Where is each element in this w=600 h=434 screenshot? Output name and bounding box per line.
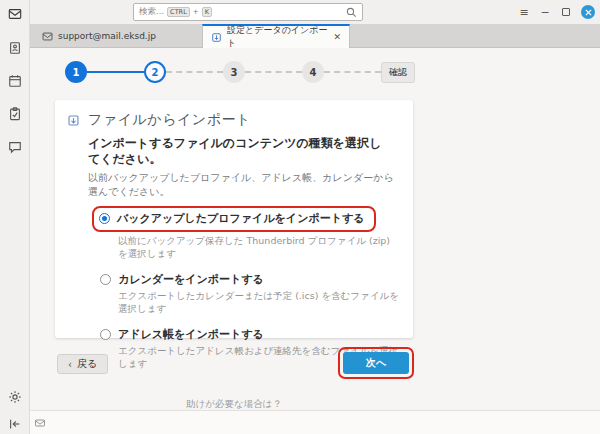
- step-connector-1: [87, 71, 144, 73]
- mail-space-icon[interactable]: [8, 7, 22, 21]
- step-confirm-badge: 確認: [381, 62, 415, 83]
- page-title: ファイルからインポート: [88, 111, 251, 129]
- close-window-icon[interactable]: [581, 5, 595, 19]
- next-button[interactable]: 次へ: [343, 352, 409, 374]
- collapse-sidebar-icon[interactable]: [8, 417, 22, 431]
- search-icon: [346, 7, 357, 18]
- search-placeholder: 検索...: [139, 6, 164, 18]
- step-connector-2: [166, 71, 223, 73]
- shortcut-plus: +: [193, 8, 199, 16]
- maximize-icon[interactable]: [560, 6, 572, 18]
- import-from-file-card: ファイルからインポート インポートするファイルのコンテンツの種類を選択してくださ…: [55, 100, 413, 338]
- back-button-label: 戻る: [77, 357, 97, 371]
- step-1: 1: [65, 61, 87, 83]
- card-header: ファイルからインポート: [67, 111, 399, 129]
- annotation-box-selected-option: バックアップしたプロファイルをインポートする: [92, 206, 376, 232]
- tab-mail-account[interactable]: support@mail.eksd.jp: [34, 24, 174, 48]
- card-subtitle: インポートするファイルのコンテンツの種類を選択してください。: [88, 136, 384, 167]
- import-tab-icon: [211, 32, 222, 43]
- minimize-icon[interactable]: −: [539, 6, 551, 18]
- status-mail-icon: [34, 417, 46, 429]
- app-menu-icon[interactable]: ≡: [518, 6, 530, 18]
- step-indicator: 1 2 3 4 確認: [65, 61, 415, 83]
- tab-import-wizard[interactable]: 設定とデータのインポート ✕: [202, 24, 350, 48]
- settings-gear-icon[interactable]: [8, 390, 22, 404]
- radio-icon-unchecked[interactable]: [100, 329, 111, 340]
- card-note: 以前バックアップしたプロファイル、アドレス帳、カレンダーから選んでください。: [88, 171, 400, 198]
- import-file-icon: [67, 114, 80, 127]
- option-calendar: カレンダーをインポートする エクスポートしたカレンダーまたは予定 (.ics) …: [100, 272, 399, 316]
- import-wizard-content: 1 2 3 4 確認 ファイルからインポート インポートするファイルのコンテンツ…: [30, 48, 600, 410]
- address-book-space-icon[interactable]: [8, 41, 22, 55]
- mail-tab-icon: [42, 31, 53, 42]
- step-3: 3: [223, 61, 245, 83]
- option-backup-profile: バックアップしたプロファイルをインポートする 以前にバックアップ保存した Thu…: [100, 209, 399, 261]
- annotation-box-next-button: 次へ: [338, 347, 414, 379]
- radio-backup-profile[interactable]: バックアップしたプロファイルをインポートする: [99, 211, 364, 226]
- tab-close-icon[interactable]: ✕: [333, 32, 341, 42]
- tasks-space-icon[interactable]: [8, 107, 22, 121]
- chevron-left-icon: ‹: [68, 359, 72, 370]
- option-calendar-desc: エクスポートしたカレンダーまたは予定 (.ics) を含むファイルを選択します: [118, 290, 399, 316]
- option-backup-profile-desc: 以前にバックアップ保存した Thunderbird プロファイル (zip) を…: [118, 235, 399, 261]
- step-4: 4: [302, 61, 324, 83]
- tab-mail-account-label: support@mail.eksd.jp: [58, 31, 156, 41]
- back-button[interactable]: ‹ 戻る: [57, 354, 108, 374]
- shortcut-k-key: K: [202, 7, 212, 17]
- tab-bar: support@mail.eksd.jp 設定とデータのインポート ✕: [30, 24, 600, 48]
- radio-calendar[interactable]: カレンダーをインポートする: [100, 272, 399, 287]
- step-2: 2: [144, 61, 166, 83]
- radio-icon-checked[interactable]: [99, 213, 110, 224]
- calendar-space-icon[interactable]: [8, 74, 22, 88]
- status-bar: [30, 410, 600, 434]
- radio-address-book[interactable]: アドレス帳をインポートする: [100, 327, 399, 342]
- search-input[interactable]: 検索... CTRL + K: [133, 3, 363, 21]
- step-connector-4: [324, 71, 381, 73]
- option-address-book-label: アドレス帳をインポートする: [118, 327, 264, 342]
- thunderbird-window: { "titlebar": { "search_placeholder": "検…: [0, 0, 600, 434]
- spaces-sidebar: [0, 0, 30, 434]
- titlebar: 検索... CTRL + K ≡ −: [0, 0, 600, 24]
- tab-import-label: 設定とデータのインポート: [227, 24, 328, 50]
- option-calendar-label: カレンダーをインポートする: [118, 272, 264, 287]
- step-connector-3: [245, 71, 302, 73]
- chat-space-icon[interactable]: [8, 140, 22, 154]
- shortcut-ctrl-key: CTRL: [167, 7, 190, 17]
- window-controls: ≡ −: [518, 0, 595, 24]
- radio-icon-unchecked[interactable]: [100, 274, 111, 285]
- option-backup-profile-label: バックアップしたプロファイルをインポートする: [117, 211, 364, 226]
